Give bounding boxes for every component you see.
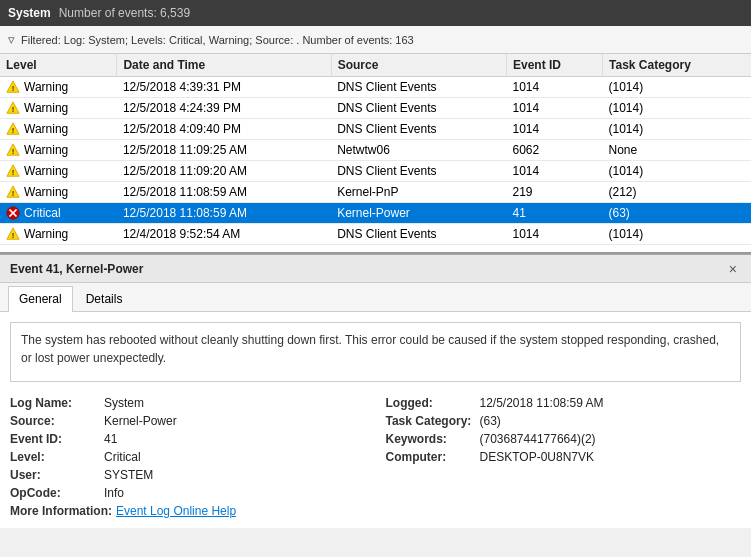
table-row[interactable]: ! Warning 12/5/2018 11:09:20 AMDNS Clien… — [0, 161, 751, 182]
cell-level: ! Warning — [0, 140, 117, 161]
col-source: Source — [331, 54, 506, 77]
field-value: (63) — [480, 414, 501, 428]
event-description: The system has rebooted without cleanly … — [10, 322, 741, 382]
col-eventid: Event ID — [506, 54, 602, 77]
cell-taskCategory: (1014) — [603, 98, 751, 119]
field-value: DESKTOP-0U8N7VK — [480, 450, 595, 464]
field-value: SYSTEM — [104, 468, 153, 482]
right-fields: Logged:12/5/2018 11:08:59 AMTask Categor… — [386, 396, 742, 518]
field-row: Log Name:System — [10, 396, 366, 410]
field-value: 12/5/2018 11:08:59 AM — [480, 396, 604, 410]
table-row[interactable]: Critical 12/5/2018 11:08:59 AMKernel-Pow… — [0, 203, 751, 224]
cell-eventId: 1014 — [506, 77, 602, 98]
table-row[interactable]: ! Warning 12/5/2018 11:09:25 AMNetwtw066… — [0, 140, 751, 161]
field-row: Logged:12/5/2018 11:08:59 AM — [386, 396, 742, 410]
filter-icon: ▿ — [8, 32, 15, 47]
event-count: Number of events: 6,539 — [59, 6, 190, 20]
svg-text:!: ! — [12, 168, 15, 177]
warning-icon: ! — [6, 122, 20, 136]
cell-source: DNS Client Events — [331, 77, 506, 98]
table-row[interactable]: ! Warning 12/5/2018 4:39:31 PMDNS Client… — [0, 77, 751, 98]
detail-title: Event 41, Kernel-Power — [10, 262, 143, 276]
cell-taskCategory: (212) — [603, 182, 751, 203]
field-row: More Information:Event Log Online Help — [10, 504, 366, 518]
cell-dateTime: 12/5/2018 4:24:39 PM — [117, 98, 331, 119]
cell-dateTime: 12/5/2018 11:08:59 AM — [117, 203, 331, 224]
cell-level: ! Warning — [0, 182, 117, 203]
cell-eventId: 1014 — [506, 98, 602, 119]
level-text: Warning — [24, 143, 68, 157]
field-row: OpCode:Info — [10, 486, 366, 500]
cell-level: ! Warning — [0, 77, 117, 98]
tab-details[interactable]: Details — [75, 286, 134, 311]
field-value: System — [104, 396, 144, 410]
table-row[interactable]: ! Warning 12/5/2018 11:08:59 AMKernel-Pn… — [0, 182, 751, 203]
cell-source: DNS Client Events — [331, 224, 506, 245]
cell-level: ! Warning — [0, 119, 117, 140]
field-label: Computer: — [386, 450, 476, 464]
filter-bar: ▿ Filtered: Log: System; Levels: Critica… — [0, 26, 751, 54]
field-label: Task Category: — [386, 414, 476, 428]
level-text: Warning — [24, 80, 68, 94]
field-label: Source: — [10, 414, 100, 428]
cell-source: Kernel-PnP — [331, 182, 506, 203]
level-text: Critical — [24, 206, 61, 220]
svg-text:!: ! — [12, 126, 15, 135]
field-row: User:SYSTEM — [10, 468, 366, 482]
cell-level: Critical — [0, 203, 117, 224]
cell-level: ! Warning — [0, 224, 117, 245]
cell-source: DNS Client Events — [331, 98, 506, 119]
col-level: Level — [0, 54, 117, 77]
table-row[interactable]: ! Warning 12/5/2018 4:24:39 PMDNS Client… — [0, 98, 751, 119]
cell-eventId: 1014 — [506, 224, 602, 245]
close-button[interactable]: × — [725, 262, 741, 276]
detail-header: Event 41, Kernel-Power × — [0, 255, 751, 283]
tab-general[interactable]: General — [8, 286, 73, 312]
detail-tabs: General Details — [0, 283, 751, 312]
field-value: Info — [104, 486, 124, 500]
field-value: 41 — [104, 432, 117, 446]
table-row[interactable]: ! Warning 12/5/2018 4:09:40 PMDNS Client… — [0, 119, 751, 140]
cell-eventId: 41 — [506, 203, 602, 224]
cell-taskCategory: (1014) — [603, 224, 751, 245]
field-label: Event ID: — [10, 432, 100, 446]
table-row[interactable]: ! Warning 12/4/2018 9:52:54 AMDNS Client… — [0, 224, 751, 245]
warning-icon: ! — [6, 227, 20, 241]
field-label: More Information: — [10, 504, 112, 518]
warning-icon: ! — [6, 80, 20, 94]
event-table-container[interactable]: Level Date and Time Source Event ID Task… — [0, 54, 751, 254]
svg-text:!: ! — [12, 231, 15, 240]
cell-source: Kernel-Power — [331, 203, 506, 224]
field-label: Logged: — [386, 396, 476, 410]
field-value[interactable]: Event Log Online Help — [116, 504, 236, 518]
warning-icon: ! — [6, 185, 20, 199]
svg-text:!: ! — [12, 147, 15, 156]
level-text: Warning — [24, 227, 68, 241]
col-taskcategory: Task Category — [603, 54, 751, 77]
warning-icon: ! — [6, 101, 20, 115]
svg-text:!: ! — [12, 105, 15, 114]
cell-dateTime: 12/4/2018 9:52:54 AM — [117, 224, 331, 245]
level-text: Warning — [24, 185, 68, 199]
cell-dateTime: 12/5/2018 4:09:40 PM — [117, 119, 331, 140]
cell-source: DNS Client Events — [331, 161, 506, 182]
field-row: Keywords:(70368744177664)(2) — [386, 432, 742, 446]
cell-taskCategory: None — [603, 140, 751, 161]
cell-dateTime: 12/5/2018 4:39:31 PM — [117, 77, 331, 98]
cell-dateTime: 12/5/2018 11:08:59 AM — [117, 182, 331, 203]
field-label: User: — [10, 468, 100, 482]
level-text: Warning — [24, 101, 68, 115]
cell-taskCategory: (1014) — [603, 161, 751, 182]
cell-eventId: 1014 — [506, 119, 602, 140]
left-fields: Log Name:SystemSource:Kernel-PowerEvent … — [10, 396, 366, 518]
field-label: OpCode: — [10, 486, 100, 500]
cell-eventId: 219 — [506, 182, 602, 203]
field-value: Kernel-Power — [104, 414, 177, 428]
field-row: Computer:DESKTOP-0U8N7VK — [386, 450, 742, 464]
svg-text:!: ! — [12, 84, 15, 93]
field-value: Critical — [104, 450, 141, 464]
field-row: Task Category:(63) — [386, 414, 742, 428]
warning-icon: ! — [6, 164, 20, 178]
title-bar: System Number of events: 6,539 — [0, 0, 751, 26]
field-row: Level:Critical — [10, 450, 366, 464]
